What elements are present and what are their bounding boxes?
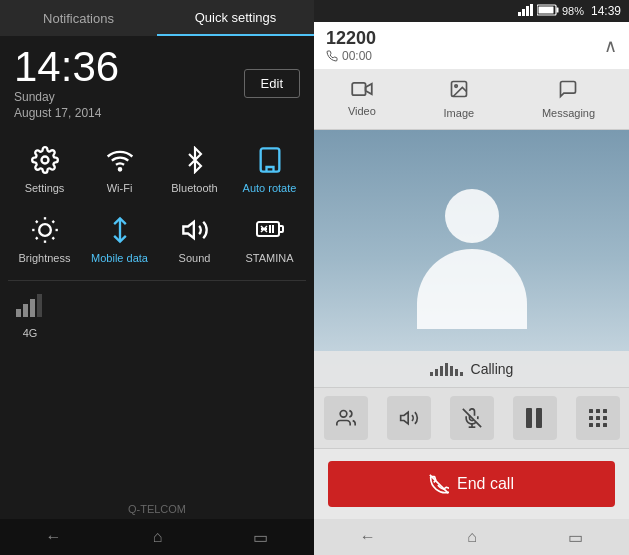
autorotate-icon [252,142,288,178]
quick-item-wifi[interactable]: Wi-Fi [83,134,156,202]
quick-settings-grid: Settings Wi-Fi Bluetooth [0,130,314,276]
tab-notifications[interactable]: Notifications [0,0,157,36]
svg-line-6 [52,237,54,239]
svg-line-10 [52,221,54,223]
contacts-button[interactable] [324,396,368,440]
settings-label: Settings [25,182,65,194]
date-label: August 17, 2014 [14,106,119,120]
call-header: 12200 00:00 ∧ [314,22,629,69]
svg-rect-47 [603,416,607,420]
tab-quick-settings[interactable]: Quick settings [157,0,314,36]
nav-bar-right: ← ⌂ ▭ [314,519,629,555]
dialpad-icon [589,409,607,427]
phone-small-icon [326,50,338,62]
svg-rect-14 [279,226,283,232]
quick-item-mobiledata[interactable]: Mobile data [83,204,156,272]
svg-rect-50 [603,423,607,427]
stamina-icon [252,212,288,248]
video-label: Video [348,105,376,117]
back-button-left[interactable]: ← [34,524,74,550]
svg-rect-45 [589,416,593,420]
video-icon [351,81,373,102]
avatar-head [445,189,499,243]
bluetooth-label: Bluetooth [171,182,217,194]
notification-panel: Notifications Quick settings 14:36 Sunda… [0,0,314,555]
status-time: 14:39 [591,4,621,18]
messaging-action[interactable]: Messaging [530,75,607,123]
quick-item-settings[interactable]: Settings [8,134,81,202]
svg-line-5 [35,221,37,223]
svg-rect-23 [37,294,42,317]
svg-rect-49 [596,423,600,427]
caller-avatar [412,189,532,329]
call-duration: 00:00 [326,49,376,63]
svg-marker-12 [183,222,194,238]
battery-icon [537,4,559,18]
svg-rect-40 [526,408,532,428]
recent-button-right[interactable]: ▭ [556,524,595,551]
end-call-button[interactable]: End call [328,461,615,507]
wifi-label: Wi-Fi [107,182,133,194]
day-label: Sunday [14,90,119,104]
svg-rect-42 [589,409,593,413]
end-call-area: End call [314,449,629,519]
4g-signal-item[interactable]: 4G [16,293,44,339]
end-call-icon [429,474,449,494]
svg-rect-46 [596,416,600,420]
quick-item-autorotate[interactable]: Auto rotate [233,134,306,202]
messaging-label: Messaging [542,107,595,119]
svg-marker-36 [400,412,408,424]
svg-rect-22 [30,299,35,317]
sound-label: Sound [179,252,211,264]
svg-rect-48 [589,423,593,427]
signal-bars-icon [16,293,44,323]
speaker-button[interactable] [387,396,431,440]
svg-rect-21 [23,304,28,317]
clock-time: 14:36 [14,46,119,88]
quick-item-brightness[interactable]: Brightness [8,204,81,272]
svg-rect-1 [260,148,279,171]
svg-rect-27 [530,4,533,16]
svg-line-9 [35,237,37,239]
mute-icon [462,408,482,428]
mute-button[interactable] [450,396,494,440]
image-action[interactable]: Image [432,75,487,123]
divider [8,280,306,281]
svg-rect-13 [257,222,279,236]
edit-button[interactable]: Edit [244,69,300,98]
dialpad-button[interactable] [576,396,620,440]
messaging-icon [558,79,578,104]
video-action[interactable]: Video [336,77,388,121]
home-button-left[interactable]: ⌂ [141,524,175,550]
tab-bar: Notifications Quick settings [0,0,314,36]
svg-rect-43 [596,409,600,413]
svg-point-0 [118,168,120,170]
svg-point-34 [455,85,458,88]
caller-number: 12200 [326,28,376,49]
carrier-name: Q-TELCOM [128,503,186,515]
back-button-right[interactable]: ← [348,524,388,550]
calling-animation-icon [430,362,463,376]
battery-percent: 98% [562,5,584,17]
chevron-up-icon[interactable]: ∧ [604,35,617,57]
hold-button[interactable] [513,396,557,440]
svg-point-35 [340,411,347,418]
svg-rect-26 [526,6,529,16]
mobiledata-label: Mobile data [91,252,148,264]
quick-item-stamina[interactable]: STAMINA [233,204,306,272]
home-button-right[interactable]: ⌂ [455,524,489,550]
svg-rect-44 [603,409,607,413]
call-controls [314,387,629,449]
svg-rect-29 [556,8,558,13]
svg-point-2 [39,224,51,236]
signal-section: 4G [0,285,314,347]
call-screen: 98% 14:39 12200 00:00 ∧ Video [314,0,629,555]
svg-marker-32 [365,84,371,95]
calling-text: Calling [471,361,514,377]
wifi-icon [102,142,138,178]
quick-item-sound[interactable]: Sound [158,204,231,272]
quick-item-bluetooth[interactable]: Bluetooth [158,134,231,202]
signal-status-icon [518,4,534,18]
avatar-area: Calling [314,130,629,387]
recent-button-left[interactable]: ▭ [241,524,280,551]
